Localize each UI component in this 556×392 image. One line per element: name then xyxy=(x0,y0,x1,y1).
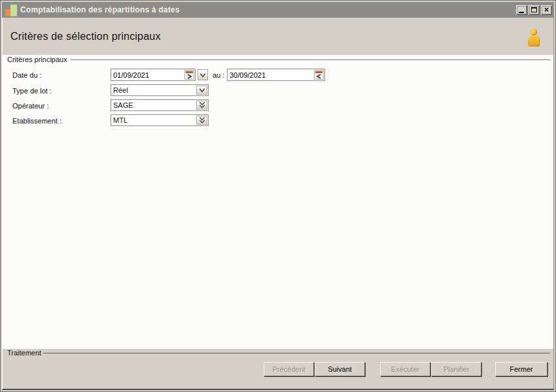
maximize-button[interactable] xyxy=(529,5,540,15)
minimize-button[interactable] xyxy=(516,5,527,15)
window-body: Critères de sélection principaux Critère… xyxy=(2,18,554,390)
window-title: Comptabilisation des répartitions à date… xyxy=(20,5,515,14)
chevron-down-icon xyxy=(199,72,207,78)
date-from-input[interactable] xyxy=(111,69,195,80)
lot-type-value: Réel xyxy=(113,86,195,94)
close-button[interactable]: × xyxy=(541,5,552,15)
action-bar: Traitement Précédent Suivant Exécuter Pl… xyxy=(3,349,553,389)
operator-combobox[interactable]: SAGE xyxy=(111,99,209,111)
establishment-label: Etablissement : xyxy=(12,117,61,125)
date-to-input[interactable] xyxy=(228,69,324,80)
criteria-panel: Critères principaux Date du : au : xyxy=(3,55,553,349)
double-chevron-down-icon xyxy=(198,116,206,124)
lot-type-label: Type de lot : xyxy=(12,87,52,95)
double-chevron-down-icon xyxy=(198,101,206,109)
operator-label: Opérateur : xyxy=(12,102,49,110)
date-to-label: au : xyxy=(213,71,224,79)
logo-green-bar xyxy=(10,5,17,16)
date-to-field xyxy=(227,69,325,81)
minimize-icon xyxy=(519,12,524,13)
criteria-group-rule xyxy=(71,59,550,60)
execute-button[interactable]: Exécuter xyxy=(380,362,430,376)
page-header: Critères de sélection principaux xyxy=(3,18,553,55)
fermer-button[interactable]: Fermer xyxy=(495,362,547,376)
establishment-combobox[interactable]: MTL xyxy=(111,114,209,126)
date-from-dropdown-button[interactable] xyxy=(198,69,208,80)
date-to-picker-icon[interactable] xyxy=(314,70,324,80)
criteria-group-label: Critères principaux xyxy=(7,56,67,63)
operator-value: SAGE xyxy=(113,101,195,109)
schedule-button[interactable]: Planifier xyxy=(431,362,481,376)
operator-dropdown-button[interactable] xyxy=(196,101,207,110)
lot-type-dropdown-button[interactable] xyxy=(196,86,207,95)
maximize-icon xyxy=(531,7,537,12)
user-person-icon xyxy=(527,29,540,47)
chevron-down-icon xyxy=(198,87,206,93)
treatment-group-rule xyxy=(43,353,550,353)
next-button[interactable]: Suivant xyxy=(315,362,365,376)
app-logo-icon xyxy=(5,4,17,16)
lot-type-combobox[interactable]: Réel xyxy=(111,84,209,96)
window-controls: × xyxy=(515,5,552,15)
date-from-field xyxy=(111,69,196,81)
page-title: Critères de sélection principaux xyxy=(10,31,527,42)
app-window: Comptabilisation des répartitions à date… xyxy=(0,0,556,392)
treatment-group-label: Traitement xyxy=(7,349,41,357)
title-bar: Comptabilisation des répartitions à date… xyxy=(2,2,554,18)
previous-button[interactable]: Précédent xyxy=(264,362,314,376)
establishment-value: MTL xyxy=(113,116,195,124)
establishment-dropdown-button[interactable] xyxy=(196,116,207,125)
logo-orange-bar xyxy=(5,9,10,16)
date-from-picker-icon[interactable] xyxy=(184,70,194,80)
date-from-label: Date du : xyxy=(12,71,42,79)
